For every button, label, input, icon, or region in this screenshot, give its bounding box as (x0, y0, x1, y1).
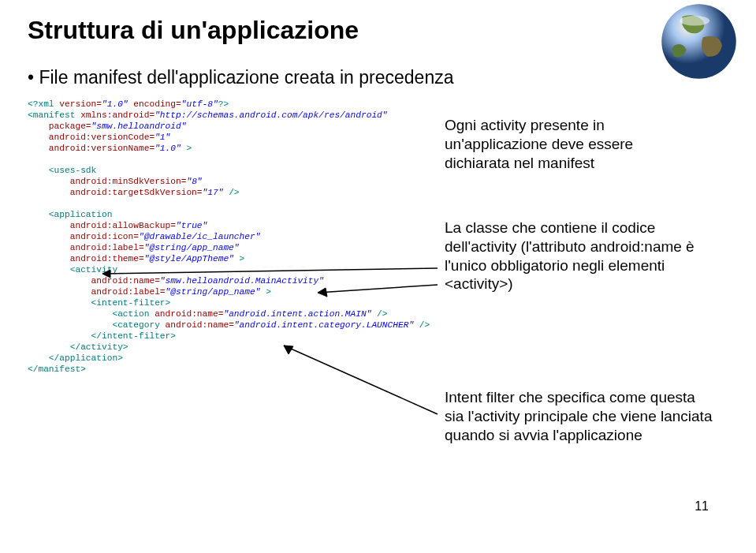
svg-line-4 (318, 285, 438, 293)
page-number: 11 (695, 499, 709, 514)
annotation-3: Intent filter che specifica come questa … (441, 387, 716, 446)
xml-code-block: <?xml version="1.0" encoding="utf-8"?> <… (28, 99, 414, 375)
svg-line-2 (102, 268, 438, 274)
annotation-2: La classe che contiene il codice dell'ac… (441, 217, 708, 295)
arrow-2 (311, 282, 441, 298)
annotation-1: Ogni activity presente in un'applicazion… (441, 114, 684, 174)
svg-marker-5 (318, 288, 327, 297)
arrow-3 (276, 339, 441, 418)
svg-point-0 (661, 4, 736, 79)
globe-icon (657, 0, 740, 83)
bullet-main: File manifest dell'applicazione creata i… (28, 67, 728, 88)
arrow-1 (95, 264, 441, 280)
slide-title: Struttura di un'applicazione (28, 16, 728, 45)
svg-line-6 (284, 346, 438, 414)
svg-marker-7 (284, 346, 293, 354)
svg-marker-3 (102, 270, 110, 278)
svg-point-1 (680, 16, 709, 26)
